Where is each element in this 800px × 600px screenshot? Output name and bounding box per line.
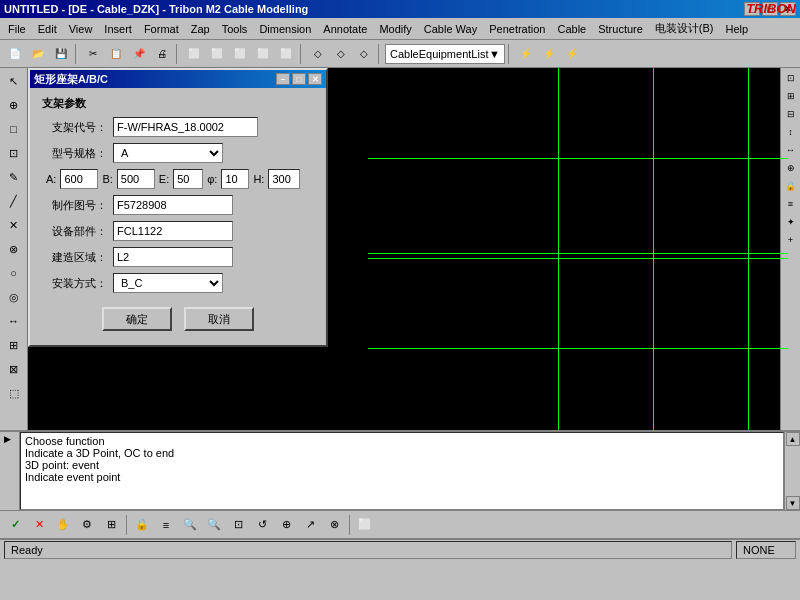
lt-tool1[interactable]: ⊕ xyxy=(3,94,25,116)
dim-phi-input[interactable] xyxy=(221,169,249,189)
tb-icon11[interactable]: ⚡ xyxy=(561,43,583,65)
scroll-down[interactable]: ▼ xyxy=(786,496,800,510)
menu-cable[interactable]: Cable xyxy=(551,18,592,39)
menu-electric[interactable]: 电装设计(B) xyxy=(649,18,720,39)
tb-icon6[interactable]: ◇ xyxy=(307,43,329,65)
menu-file[interactable]: File xyxy=(2,18,32,39)
menu-annotate[interactable]: Annotate xyxy=(317,18,373,39)
canvas-area[interactable]: 矩形座架A/B/C − □ ✕ 支架参数 支架代号： 型号规格： xyxy=(28,68,780,430)
lt-tool2[interactable]: □ xyxy=(3,118,25,140)
bt-arrow[interactable]: ↗ xyxy=(299,514,321,536)
tb-icon10[interactable]: ⚡ xyxy=(538,43,560,65)
dim-a-input[interactable] xyxy=(60,169,98,189)
code-input[interactable] xyxy=(113,117,258,137)
lt-tool11[interactable]: ⊞ xyxy=(3,334,25,356)
canvas-vline2 xyxy=(748,68,749,430)
rt-btn8[interactable]: ≡ xyxy=(783,196,799,212)
lt-tool13[interactable]: ⬚ xyxy=(3,382,25,404)
tb-icon1[interactable]: ⬜ xyxy=(183,43,205,65)
bt-zoom-in[interactable]: 🔍 xyxy=(179,514,201,536)
rt-btn1[interactable]: ⊡ xyxy=(783,70,799,86)
rt-btn5[interactable]: ↔ xyxy=(783,142,799,158)
menu-tools[interactable]: Tools xyxy=(216,18,254,39)
bt-hand[interactable]: ✋ xyxy=(52,514,74,536)
ok-button[interactable]: 确定 xyxy=(102,307,172,331)
type-select[interactable]: ABC xyxy=(113,143,223,163)
rt-btn10[interactable]: + xyxy=(783,232,799,248)
dialog-restore[interactable]: □ xyxy=(292,73,306,85)
dim-b-input[interactable] xyxy=(117,169,155,189)
bt-grid[interactable]: ⊞ xyxy=(100,514,122,536)
print-button[interactable]: 🖨 xyxy=(151,43,173,65)
bt-capture[interactable]: ⬜ xyxy=(354,514,376,536)
tb-icon8[interactable]: ◇ xyxy=(353,43,375,65)
equipment-dropdown[interactable]: CableEquipmentList ▼ xyxy=(385,44,505,64)
drawing-input[interactable] xyxy=(113,195,233,215)
cut-button[interactable]: ✂ xyxy=(82,43,104,65)
tb-icon7[interactable]: ◇ xyxy=(330,43,352,65)
copy-button[interactable]: 📋 xyxy=(105,43,127,65)
equipment-input[interactable] xyxy=(113,221,233,241)
menu-modify[interactable]: Modify xyxy=(373,18,417,39)
menu-structure[interactable]: Structure xyxy=(592,18,649,39)
rt-btn9[interactable]: ✦ xyxy=(783,214,799,230)
tb-icon4[interactable]: ⬜ xyxy=(252,43,274,65)
rt-btn6[interactable]: ⊕ xyxy=(783,160,799,176)
paste-button[interactable]: 📌 xyxy=(128,43,150,65)
scroll-up[interactable]: ▲ xyxy=(786,432,800,446)
tb-icon5[interactable]: ⬜ xyxy=(275,43,297,65)
tb-icon3[interactable]: ⬜ xyxy=(229,43,251,65)
command-scrollbar[interactable]: ▲ ▼ xyxy=(784,432,800,510)
menu-help[interactable]: Help xyxy=(720,18,755,39)
lt-tool6[interactable]: ✕ xyxy=(3,214,25,236)
menu-zap[interactable]: Zap xyxy=(185,18,216,39)
bt-rotate[interactable]: ↺ xyxy=(251,514,273,536)
rt-btn2[interactable]: ⊞ xyxy=(783,88,799,104)
dialog-title: 矩形座架A/B/C xyxy=(34,72,108,87)
region-input[interactable] xyxy=(113,247,233,267)
select-tool[interactable]: ↖ xyxy=(3,70,25,92)
bt-lock[interactable]: 🔒 xyxy=(131,514,153,536)
bt-snap[interactable]: ⊗ xyxy=(323,514,345,536)
rt-btn4[interactable]: ↕ xyxy=(783,124,799,140)
bt-zoom-out[interactable]: 🔍 xyxy=(203,514,225,536)
lt-tool4[interactable]: ✎ xyxy=(3,166,25,188)
menu-edit[interactable]: Edit xyxy=(32,18,63,39)
dialog-close[interactable]: ✕ xyxy=(308,73,322,85)
save-button[interactable]: 💾 xyxy=(50,43,72,65)
code-row: 支架代号： xyxy=(42,117,314,137)
command-text: Choose function Indicate a 3D Point, OC … xyxy=(20,432,784,510)
menu-dimension[interactable]: Dimension xyxy=(253,18,317,39)
canvas-vline1 xyxy=(558,68,559,430)
dialog-titlebar[interactable]: 矩形座架A/B/C − □ ✕ xyxy=(30,70,326,88)
menu-cableway[interactable]: Cable Way xyxy=(418,18,483,39)
lt-tool8[interactable]: ○ xyxy=(3,262,25,284)
install-select[interactable]: B_CT_CS_C xyxy=(113,273,223,293)
bt-x[interactable]: ✕ xyxy=(28,514,50,536)
menu-format[interactable]: Format xyxy=(138,18,185,39)
bt-spin[interactable]: ⚙ xyxy=(76,514,98,536)
rt-btn7[interactable]: 🔒 xyxy=(783,178,799,194)
dim-e-input[interactable] xyxy=(173,169,203,189)
bt-checkmark[interactable]: ✓ xyxy=(4,514,26,536)
bt-zoom-fit[interactable]: ⊡ xyxy=(227,514,249,536)
dialog-minimize[interactable]: − xyxy=(276,73,290,85)
menu-view[interactable]: View xyxy=(63,18,99,39)
tb-icon9[interactable]: ⚡ xyxy=(515,43,537,65)
lt-tool3[interactable]: ⊡ xyxy=(3,142,25,164)
lt-tool5[interactable]: ╱ xyxy=(3,190,25,212)
menu-insert[interactable]: Insert xyxy=(98,18,138,39)
bt-target[interactable]: ⊕ xyxy=(275,514,297,536)
lt-tool12[interactable]: ⊠ xyxy=(3,358,25,380)
lt-tool7[interactable]: ⊗ xyxy=(3,238,25,260)
new-button[interactable]: 📄 xyxy=(4,43,26,65)
open-button[interactable]: 📂 xyxy=(27,43,49,65)
cancel-button[interactable]: 取消 xyxy=(184,307,254,331)
tb-icon2[interactable]: ⬜ xyxy=(206,43,228,65)
bt-list[interactable]: ≡ xyxy=(155,514,177,536)
lt-tool10[interactable]: ↔ xyxy=(3,310,25,332)
dim-h-input[interactable] xyxy=(268,169,300,189)
menu-penetration[interactable]: Penetration xyxy=(483,18,551,39)
lt-tool9[interactable]: ◎ xyxy=(3,286,25,308)
rt-btn3[interactable]: ⊟ xyxy=(783,106,799,122)
